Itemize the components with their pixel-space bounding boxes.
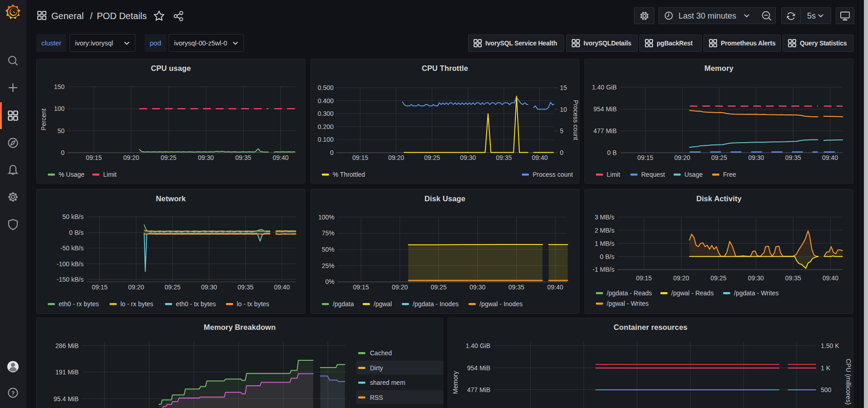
svg-text:/pgdata - Inodes: /pgdata - Inodes	[413, 300, 459, 308]
svg-text:Percent: Percent	[40, 109, 47, 130]
svg-text:09:35: 09:35	[238, 284, 254, 291]
svg-text:09:25: 09:25	[711, 274, 727, 282]
svg-text:0.400: 0.400	[318, 97, 334, 104]
svg-text:100%: 100%	[318, 214, 334, 221]
svg-text:0 B/s: 0 B/s	[69, 229, 84, 236]
svg-text:09:25: 09:25	[160, 154, 176, 161]
svg-text:Request: Request	[641, 171, 665, 178]
svg-text:/pgwal - Reads: /pgwal - Reads	[671, 289, 713, 297]
svg-text:09:25: 09:25	[165, 284, 180, 291]
svg-text:25%: 25%	[322, 262, 334, 269]
svg-text:lo - rx bytes: lo - rx bytes	[120, 300, 153, 308]
svg-text:477 MiB: 477 MiB	[467, 386, 490, 393]
svg-text:/pgwal - Writes: /pgwal - Writes	[607, 300, 649, 307]
svg-text:09:15: 09:15	[636, 274, 652, 282]
svg-text:0.300: 0.300	[318, 110, 334, 117]
svg-text:0.100: 0.100	[318, 136, 334, 143]
svg-text:09:30: 09:30	[201, 284, 217, 291]
svg-text:/: /	[90, 11, 93, 21]
svg-text:Limit: Limit	[607, 171, 620, 178]
svg-text:lo - tx bytes: lo - tx bytes	[237, 300, 269, 308]
svg-text:RSS: RSS	[370, 394, 383, 401]
svg-text:09:35: 09:35	[785, 154, 801, 161]
svg-text:% Usage: % Usage	[59, 171, 85, 178]
svg-text:09:40: 09:40	[547, 284, 563, 291]
svg-text:Usage: Usage	[684, 171, 703, 178]
svg-text:Last 30 minutes: Last 30 minutes	[678, 11, 736, 20]
svg-text:09:25: 09:25	[431, 284, 447, 291]
svg-text:/pgwal - Inodes: /pgwal - Inodes	[479, 300, 523, 308]
svg-text:09:15: 09:15	[92, 284, 108, 291]
svg-text:1.40 GiB: 1.40 GiB	[466, 342, 490, 349]
svg-text:-50 kB/s: -50 kB/s	[60, 244, 84, 252]
svg-text:09:30: 09:30	[748, 154, 764, 161]
svg-text:09:35: 09:35	[785, 274, 801, 282]
svg-text:09:15: 09:15	[352, 154, 368, 161]
svg-text:09:20: 09:20	[128, 284, 144, 291]
svg-text:eth0 - rx bytes: eth0 - rx bytes	[59, 300, 99, 308]
svg-text:/pgdata: /pgdata	[333, 300, 354, 308]
svg-text:09:20: 09:20	[388, 154, 404, 161]
svg-text:0.500: 0.500	[318, 84, 334, 91]
svg-text:09:40: 09:40	[532, 154, 548, 161]
svg-text:-1 MB/s: -1 MB/s	[593, 266, 614, 273]
svg-text:0 B: 0 B	[607, 149, 617, 156]
svg-text:09:35: 09:35	[509, 284, 524, 291]
svg-text:286 MiB: 286 MiB	[55, 342, 79, 349]
svg-text:09:40: 09:40	[273, 154, 289, 161]
svg-text:09:30: 09:30	[460, 154, 476, 161]
svg-text:09:15: 09:15	[86, 154, 102, 161]
svg-text:09:15: 09:15	[637, 154, 653, 161]
svg-text:1.40 GiB: 1.40 GiB	[592, 84, 617, 91]
svg-text:/pgdata - Reads: /pgdata - Reads	[607, 289, 652, 297]
svg-text:09:20: 09:20	[392, 284, 408, 291]
svg-text:1 K: 1 K	[821, 364, 831, 372]
svg-text:09:40: 09:40	[274, 284, 290, 291]
svg-text:/pgwal: /pgwal	[374, 300, 392, 308]
svg-text:09:30: 09:30	[469, 284, 485, 291]
svg-text:Limit: Limit	[103, 171, 117, 178]
svg-text:shared mem: shared mem	[370, 379, 405, 386]
svg-text:0: 0	[330, 149, 334, 156]
svg-text:1 MB/s: 1 MB/s	[594, 240, 614, 247]
svg-text:09:35: 09:35	[496, 154, 512, 161]
svg-text:/pgdata - Writes: /pgdata - Writes	[734, 289, 779, 297]
svg-text:09:35: 09:35	[235, 154, 251, 161]
svg-text:09:20: 09:20	[674, 154, 690, 161]
svg-text:Cached: Cached	[370, 349, 392, 357]
svg-text:150: 150	[54, 83, 65, 90]
svg-text:09:20: 09:20	[673, 274, 689, 282]
svg-text:50 kB/s: 50 kB/s	[62, 213, 84, 220]
svg-text:2 MB/s: 2 MB/s	[594, 227, 614, 234]
svg-text:?: ?	[11, 390, 15, 397]
svg-text:0.200: 0.200	[318, 123, 334, 130]
svg-text:09:30: 09:30	[198, 154, 214, 161]
svg-text:75%: 75%	[322, 229, 334, 237]
svg-text:50%: 50%	[322, 246, 334, 253]
svg-text:1.50 K: 1.50 K	[821, 342, 839, 349]
svg-text:09:40: 09:40	[822, 154, 838, 161]
svg-text:Dirty: Dirty	[370, 364, 383, 372]
svg-text:POD Details: POD Details	[97, 11, 147, 21]
svg-text:Process count: Process count	[533, 171, 573, 178]
svg-text:-100 kB/s: -100 kB/s	[57, 260, 84, 268]
svg-text:5: 5	[560, 127, 564, 134]
svg-text:100: 100	[54, 105, 65, 112]
svg-text:5s: 5s	[807, 11, 816, 20]
svg-text:500: 500	[821, 386, 832, 393]
svg-text:09:25: 09:25	[424, 154, 440, 161]
svg-text:0: 0	[560, 149, 564, 156]
svg-text:954 MiB: 954 MiB	[467, 364, 490, 372]
svg-text:09:25: 09:25	[711, 154, 727, 161]
svg-text:Process count: Process count	[572, 100, 579, 140]
svg-text:95.4 MiB: 95.4 MiB	[54, 395, 79, 403]
svg-text:09:15: 09:15	[353, 284, 369, 291]
svg-text:09:40: 09:40	[823, 274, 838, 282]
svg-text:0%: 0%	[325, 278, 334, 285]
svg-text:09:20: 09:20	[123, 154, 139, 161]
svg-text:Memory: Memory	[452, 371, 459, 394]
svg-text:% Throttled: % Throttled	[333, 171, 365, 178]
svg-text:-150 kB/s: -150 kB/s	[57, 276, 84, 283]
svg-text:General: General	[51, 11, 84, 21]
svg-text:Free: Free	[723, 171, 736, 178]
